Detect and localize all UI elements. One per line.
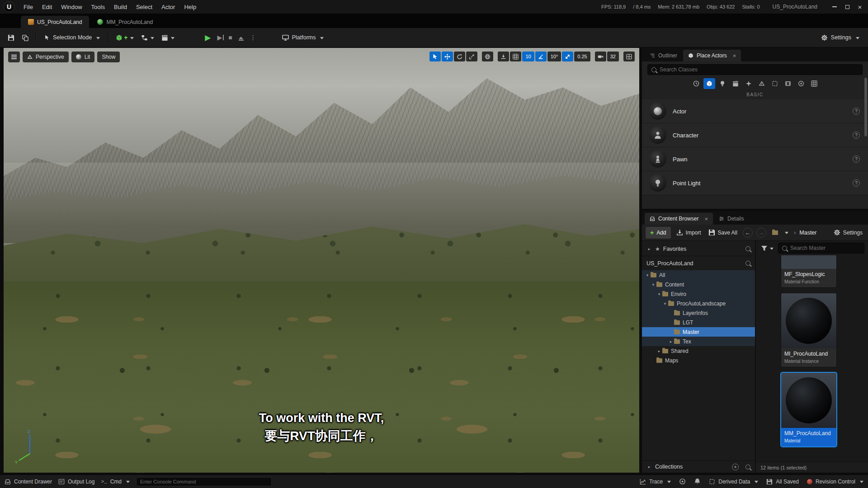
view-mode-dropdown[interactable]: Lit	[71, 52, 95, 62]
viewport-options-button[interactable]	[8, 52, 20, 62]
console-command-input[interactable]	[136, 477, 272, 486]
save-button[interactable]	[5, 31, 18, 44]
category-test-icon[interactable]	[795, 78, 807, 89]
world-space-toggle[interactable]	[482, 52, 493, 61]
scale-tool-button[interactable]	[466, 52, 477, 61]
scrollbar-thumb[interactable]	[864, 78, 867, 136]
item-info-icon[interactable]: ?	[853, 108, 860, 115]
tab-place-actors[interactable]: Place Actors ×	[683, 50, 741, 61]
trace-dropdown[interactable]: Trace	[640, 479, 671, 485]
tree-item-all[interactable]: ▾All	[642, 270, 755, 280]
rotation-snap-toggle[interactable]	[535, 52, 547, 61]
close-icon[interactable]: ×	[704, 216, 708, 222]
close-button[interactable]: ×	[854, 1, 866, 13]
derived-data-dropdown[interactable]: Derived Data	[709, 479, 758, 485]
add-collection-icon[interactable]: +	[732, 464, 739, 470]
output-log-button[interactable]: Output Log	[58, 479, 94, 485]
category-basic-icon[interactable]	[703, 78, 715, 89]
tree-item-procautolandscape[interactable]: ▾ProcAutoLandscape	[642, 299, 755, 308]
content-drawer-button[interactable]: Content Drawer	[5, 479, 52, 485]
save-all-button[interactable]: Save All	[707, 227, 739, 239]
stop-button[interactable]: ■	[228, 34, 232, 41]
expanded-arrow-icon[interactable]: ▾	[651, 282, 656, 287]
collapsed-arrow-icon[interactable]: ▸	[646, 465, 652, 469]
add-button[interactable]: + Add	[646, 227, 671, 239]
collapsed-arrow-icon[interactable]: ▸	[668, 339, 674, 344]
item-info-icon[interactable]: ?	[853, 179, 860, 187]
grid-snap-toggle[interactable]	[510, 52, 521, 61]
rotation-snap-value[interactable]: 10°	[547, 52, 561, 61]
menu-help[interactable]: Help	[179, 0, 201, 14]
camera-speed-value[interactable]: 32	[607, 52, 619, 61]
cinematics-button[interactable]	[158, 31, 178, 44]
item-info-icon[interactable]: ?	[853, 131, 860, 139]
play-button[interactable]: ▶	[205, 34, 211, 42]
insights-button[interactable]	[679, 478, 686, 485]
expanded-arrow-icon[interactable]: ▾	[645, 273, 650, 277]
place-actor-item-actor[interactable]: Actor?	[642, 99, 868, 123]
browse-content-button[interactable]	[19, 31, 32, 44]
blueprints-button[interactable]	[138, 31, 157, 44]
move-tool-button[interactable]	[442, 52, 453, 61]
category-recently-placed-icon[interactable]	[690, 78, 702, 89]
tree-item-enviro[interactable]: ▾Enviro	[642, 289, 755, 299]
category-media-icon[interactable]	[782, 78, 794, 89]
editor-tab-mm-procautoland[interactable]: MM_ProcAutoLand	[90, 16, 160, 28]
menu-actor[interactable]: Actor	[157, 0, 179, 14]
tab-content-browser[interactable]: Content Browser ×	[645, 213, 713, 225]
item-info-icon[interactable]: ?	[853, 155, 860, 163]
category-geometry-icon[interactable]	[756, 78, 768, 89]
place-actor-item-point-light[interactable]: Point Light?	[642, 171, 868, 195]
favorites-section[interactable]: ▸ ★ Favorites	[642, 243, 755, 255]
tree-item-tex[interactable]: ▸Tex	[642, 337, 755, 346]
tree-item-layerinfos[interactable]: LayerInfos	[642, 308, 755, 318]
grid-snap-value[interactable]: 10	[522, 52, 534, 61]
category-volumes-icon[interactable]	[769, 78, 781, 89]
notifications-button[interactable]	[694, 478, 701, 485]
project-root-row[interactable]: US_ProcAutoLand	[642, 257, 755, 269]
platforms-dropdown[interactable]: Platforms	[278, 31, 328, 44]
content-browser-settings-button[interactable]: Settings	[832, 227, 864, 239]
expanded-arrow-icon[interactable]: ▾	[656, 292, 662, 296]
tree-item-maps[interactable]: Maps	[642, 356, 755, 365]
eject-button[interactable]	[239, 34, 244, 41]
place-actor-item-pawn[interactable]: Pawn?	[642, 147, 868, 171]
menu-build[interactable]: Build	[109, 0, 132, 14]
show-flags-dropdown[interactable]: Show	[97, 52, 120, 62]
back-button[interactable]: ←	[743, 228, 753, 238]
close-icon[interactable]: ×	[733, 52, 736, 59]
expanded-arrow-icon[interactable]: ▾	[662, 301, 668, 306]
camera-speed-button[interactable]	[595, 52, 606, 61]
asset-mm-procautoland[interactable]: MM_ProcAutoLandMaterial	[781, 373, 836, 446]
search-classes-input[interactable]	[660, 66, 859, 73]
place-actor-item-character[interactable]: Character?	[642, 123, 868, 147]
tab-outliner[interactable]: Outliner	[645, 50, 682, 61]
collapsed-arrow-icon[interactable]: ▸	[646, 247, 652, 251]
frame-skip-button[interactable]: ▶	[217, 34, 222, 41]
menu-file[interactable]: File	[19, 0, 38, 14]
asset-mi-procautoland[interactable]: MI_ProcAutoLandMaterial Instance	[781, 293, 836, 367]
maximize-viewport-button[interactable]	[623, 52, 635, 61]
collections-section[interactable]: ▸ Collections +	[642, 460, 755, 473]
category-cinematic-icon[interactable]	[730, 78, 741, 89]
tree-item-lgt[interactable]: LGT	[642, 318, 755, 327]
search-icon[interactable]	[745, 465, 750, 469]
revision-control-dropdown[interactable]: Revision Control	[807, 479, 863, 485]
import-button[interactable]: Import	[675, 227, 703, 239]
quick-add-button[interactable]: +	[113, 31, 137, 44]
category-all-classes-icon[interactable]	[808, 78, 820, 89]
tree-item-content[interactable]: ▾Content	[642, 280, 755, 289]
category-lights-icon[interactable]	[717, 78, 728, 89]
select-tool-button[interactable]	[429, 52, 441, 61]
search-icon[interactable]	[745, 261, 750, 266]
asset-mf-slopeslogic[interactable]: MF_SlopesLogicMaterial Function	[781, 255, 836, 287]
editor-tab-us-procautoland[interactable]: US_ProcAutoLand	[21, 16, 89, 28]
forward-button[interactable]: →	[756, 228, 766, 238]
menu-select[interactable]: Select	[132, 0, 157, 14]
scale-snap-toggle[interactable]	[562, 52, 573, 61]
all-saved-indicator[interactable]: All Saved	[766, 479, 799, 485]
tree-item-shared[interactable]: ▸Shared	[642, 346, 755, 356]
tree-item-master[interactable]: Master	[642, 327, 755, 337]
collapsed-arrow-icon[interactable]: ▸	[656, 349, 662, 353]
cmd-dropdown[interactable]: >_ Cmd	[101, 479, 130, 485]
